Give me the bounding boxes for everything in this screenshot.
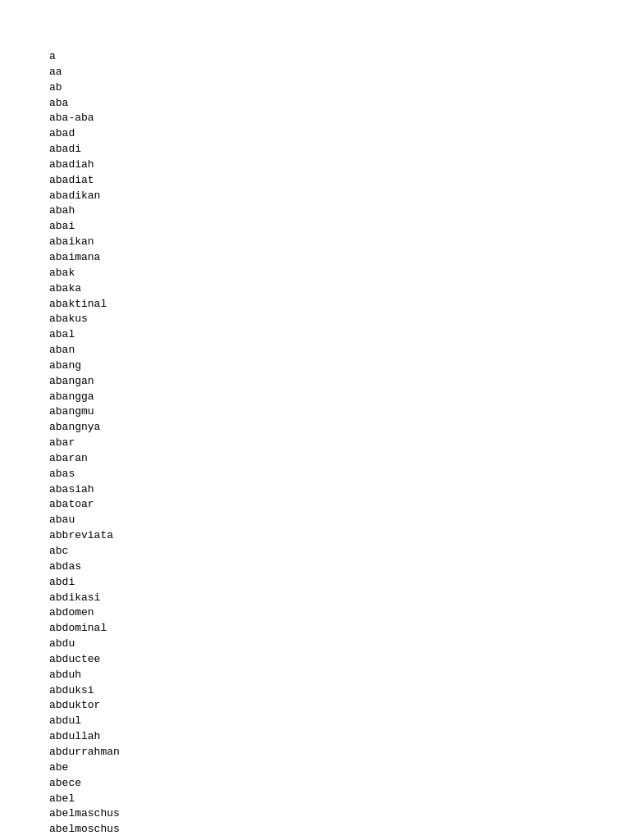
list-item: abelmaschus	[49, 806, 581, 822]
list-item: abadi	[49, 142, 581, 158]
list-item: abel	[49, 792, 581, 807]
list-item: abad	[49, 126, 581, 142]
list-item: abdomen	[49, 605, 581, 621]
list-item: abangnya	[49, 420, 581, 436]
list-item: abece	[49, 776, 581, 792]
list-item: abduh	[49, 668, 581, 683]
list-item: abar	[49, 436, 581, 451]
list-item: abaka	[49, 281, 581, 297]
list-item: aba	[49, 96, 581, 112]
list-item: abangmu	[49, 404, 581, 420]
list-item: abdi	[49, 575, 581, 591]
list-item: abaran	[49, 451, 581, 467]
list-item: abdullah	[49, 729, 581, 745]
list-item: abaikan	[49, 235, 581, 250]
list-item: abdas	[49, 559, 581, 575]
list-item: abe	[49, 760, 581, 776]
word-list: aaaababaaba-abaabadabadiabadiahabadiatab…	[49, 49, 581, 840]
list-item: aa	[49, 65, 581, 80]
list-item: abai	[49, 219, 581, 235]
list-item: abbreviata	[49, 528, 581, 544]
list-item: abangan	[49, 374, 581, 390]
list-item: abakus	[49, 312, 581, 327]
list-item: abasiah	[49, 482, 581, 498]
list-item: abdu	[49, 637, 581, 652]
list-item: abadiat	[49, 173, 581, 189]
list-item: abc	[49, 544, 581, 559]
list-item: abductee	[49, 652, 581, 668]
list-item: abadiah	[49, 158, 581, 173]
list-item: abaktinal	[49, 297, 581, 313]
list-item: abelmoschus	[49, 822, 581, 838]
list-item: abau	[49, 513, 581, 528]
list-item: ab	[49, 80, 581, 96]
list-item: abdurrahman	[49, 745, 581, 760]
list-item: a	[49, 49, 581, 65]
list-item: abduksi	[49, 683, 581, 699]
list-item: abaimana	[49, 250, 581, 266]
list-item: abal	[49, 327, 581, 343]
list-item: abduktor	[49, 698, 581, 714]
list-item: abdul	[49, 714, 581, 729]
list-item: abangga	[49, 390, 581, 405]
list-item: abak	[49, 266, 581, 281]
list-item: abadikan	[49, 189, 581, 204]
list-item: abatoar	[49, 497, 581, 513]
list-item: abang	[49, 358, 581, 374]
list-item: abdikasi	[49, 591, 581, 606]
list-item: aba-aba	[49, 111, 581, 126]
list-item: aban	[49, 343, 581, 358]
list-item: abdominal	[49, 621, 581, 637]
list-item: abah	[49, 203, 581, 219]
list-item: abas	[49, 467, 581, 482]
